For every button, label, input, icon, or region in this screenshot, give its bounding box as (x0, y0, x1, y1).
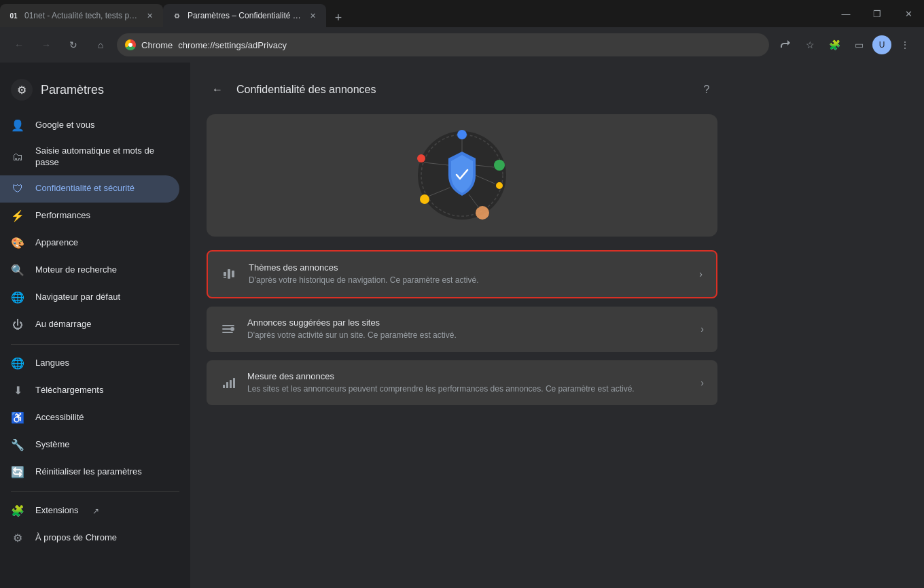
window-controls: — ❐ ✕ (830, 0, 924, 27)
address-bar[interactable]: Chrome chrome://settings/adPrivacy (117, 33, 769, 56)
settings-logo-icon: ⚙ (11, 79, 33, 101)
svg-rect-25 (233, 378, 235, 388)
sidebar-item-privacy[interactable]: 🛡 Confidentialité et sécurité (0, 175, 179, 203)
suggested-icon (220, 321, 236, 337)
content-inner: ← Confidentialité des annonces ? (190, 63, 734, 440)
svg-point-7 (417, 154, 425, 162)
tab-settings[interactable]: ⚙ Paramètres – Confidentialité de... ✕ (163, 4, 326, 27)
sidebar-item-appearance[interactable]: 🎨 Apparence (0, 230, 179, 257)
profile-button[interactable]: U (872, 35, 891, 54)
sidebar-item-performance[interactable]: ⚡ Performances (0, 203, 179, 230)
sidebar-item-search-engine[interactable]: 🔍 Moteur de recherche (0, 257, 179, 284)
reload-button[interactable]: ↻ (63, 34, 84, 56)
themes-content: Thèmes des annonces D'après votre histor… (249, 262, 688, 286)
close-button[interactable]: ✕ (893, 0, 924, 27)
measurement-title: Mesure des annonces (247, 371, 690, 381)
address-url: chrome://settings/adPrivacy (178, 40, 287, 50)
sidebar-item-label-performance: Performances (35, 210, 90, 222)
sidebar-item-browser[interactable]: 🌐 Navigateur par défaut (0, 284, 179, 311)
restore-button[interactable]: ❐ (861, 0, 893, 27)
autofill-icon: 🗂 (11, 150, 24, 164)
forward-button[interactable]: → (35, 34, 57, 56)
settings-item-measurement[interactable]: Mesure des annonces Les sites et les ann… (207, 360, 717, 406)
page-header-left: ← Confidentialité des annonces (207, 79, 376, 101)
page-title: Confidentialité des annonces (236, 84, 376, 96)
sidebar-item-label-startup: Au démarrage (35, 319, 91, 330)
privacy-illustration (394, 121, 530, 230)
tab-close-settings[interactable]: ✕ (307, 10, 318, 21)
menu-button[interactable]: ⋮ (894, 34, 916, 56)
performance-icon: ⚡ (11, 209, 24, 223)
measurement-content: Mesure des annonces Les sites et les ann… (247, 371, 690, 395)
sidebar-item-languages[interactable]: 🌐 Langues (0, 350, 179, 377)
extensions-button[interactable]: 🧩 (823, 34, 845, 56)
svg-rect-14 (224, 272, 226, 276)
tab-title-settings: Paramètres – Confidentialité de... (188, 11, 302, 20)
sidebar-item-autofill[interactable]: 🗂 Saisie automatique et mots de passe (0, 139, 179, 175)
svg-rect-23 (226, 382, 228, 388)
sidebar-item-label-system: Système (35, 439, 70, 451)
suggested-content: Annonces suggérées par les sites D'après… (247, 317, 690, 341)
sidebar-toggle-button[interactable]: ▭ (848, 34, 870, 56)
downloads-icon: ⬇ (11, 384, 24, 398)
browser-icon: 🌐 (11, 291, 24, 305)
search-engine-icon: 🔍 (11, 264, 24, 277)
sidebar-item-extensions[interactable]: 🧩 Extensions ↗ (0, 498, 179, 525)
sidebar-item-startup[interactable]: ⏻ Au démarrage (0, 311, 179, 339)
help-button[interactable]: ? (696, 79, 717, 101)
bookmark-button[interactable]: ☆ (799, 34, 821, 56)
minimize-button[interactable]: — (830, 0, 861, 27)
sidebar-item-system[interactable]: 🔧 Système (0, 432, 179, 459)
new-tab-button[interactable]: + (329, 8, 348, 27)
sidebar-item-label-languages: Langues (35, 358, 69, 369)
sidebar-item-reset[interactable]: 🔄 Réinitialiser les paramètres (0, 459, 179, 486)
themes-title: Thèmes des annonces (249, 262, 688, 273)
sidebar-item-label-reset: Réinitialiser les paramètres (35, 466, 142, 478)
back-button[interactable]: ← (8, 34, 30, 56)
svg-point-4 (496, 182, 503, 189)
measurement-icon (220, 375, 236, 391)
content-area: ← Confidentialité des annonces ? (190, 63, 924, 588)
svg-rect-22 (223, 385, 225, 388)
sidebar-item-downloads[interactable]: ⬇ Téléchargements (0, 377, 179, 404)
sidebar-item-label-accessibility: Accessibilité (35, 412, 84, 423)
nav-actions: ☆ 🧩 ▭ U ⋮ (775, 34, 916, 56)
chrome-logo-icon (125, 39, 136, 50)
address-brand: Chrome (141, 40, 173, 50)
privacy-icon: 🛡 (11, 182, 24, 196)
sidebar-item-label-search: Moteur de recherche (35, 264, 117, 276)
tab-favicon-01net: 01 (8, 10, 19, 21)
measurement-chevron-icon: › (700, 377, 704, 388)
startup-icon: ⏻ (11, 318, 24, 332)
svg-point-3 (494, 160, 505, 171)
sidebar-item-accessibility[interactable]: ♿ Accessibilité (0, 404, 179, 432)
sidebar-divider (11, 344, 179, 345)
sidebar-item-label-downloads: Téléchargements (35, 385, 103, 396)
tab-01net[interactable]: 01 01net - Actualité tech, tests pro... … (0, 4, 163, 27)
settings-item-suggested[interactable]: Annonces suggérées par les sites D'après… (207, 307, 717, 352)
main-layout: ⚙ Paramètres 👤 Google et vous 🗂 Saisie a… (0, 63, 924, 588)
svg-point-21 (230, 327, 234, 331)
sidebar-item-label-about: À propos de Chrome (35, 532, 117, 544)
sidebar-item-label-privacy: Confidentialité et sécurité (35, 183, 135, 194)
svg-point-2 (457, 130, 467, 139)
settings-item-themes[interactable]: Thèmes des annonces D'après votre histor… (207, 250, 717, 298)
svg-rect-15 (228, 269, 230, 279)
sidebar-item-label-google: Google et vous (35, 120, 94, 131)
sidebar-item-about[interactable]: ⚙ À propos de Chrome (0, 525, 179, 552)
system-icon: 🔧 (11, 438, 24, 452)
sidebar-item-label-browser: Navigateur par défaut (35, 292, 120, 303)
share-button[interactable] (775, 34, 796, 56)
suggested-title: Annonces suggérées par les sites (247, 317, 690, 328)
sidebar-item-google[interactable]: 👤 Google et vous (0, 111, 179, 139)
sidebar: ⚙ Paramètres 👤 Google et vous 🗂 Saisie a… (0, 63, 190, 588)
external-link-icon: ↗ (92, 506, 99, 516)
home-button[interactable]: ⌂ (90, 34, 111, 56)
sidebar-item-label-appearance: Apparence (35, 237, 78, 249)
navbar: ← → ↻ ⌂ Chrome chrome://settings/adPriva… (0, 27, 924, 63)
page-back-button[interactable]: ← (207, 79, 228, 101)
reset-icon: 🔄 (11, 466, 24, 479)
tab-close-01net[interactable]: ✕ (144, 10, 155, 21)
svg-rect-24 (230, 380, 232, 388)
accessibility-icon: ♿ (11, 411, 24, 425)
